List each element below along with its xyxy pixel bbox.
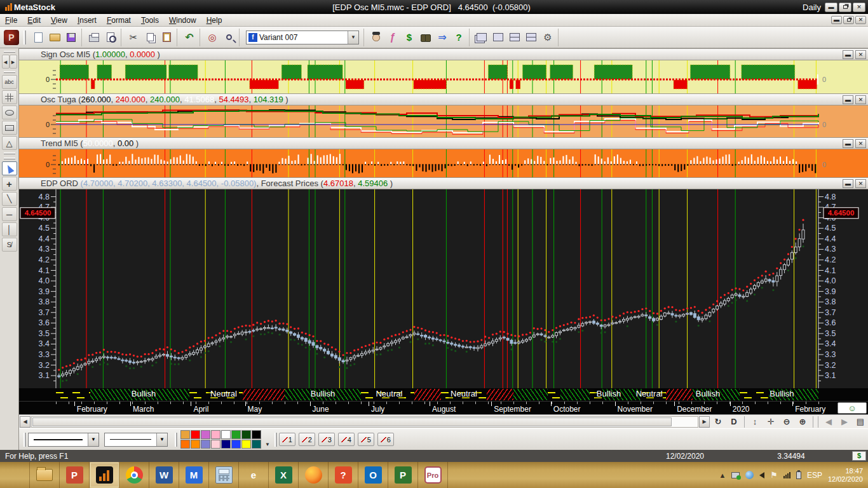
text-abc-tool-icon[interactable]: abc [2, 75, 17, 89]
color-swatch[interactable] [211, 430, 220, 439]
paste-icon[interactable] [158, 29, 175, 46]
grid-tool-icon[interactable] [2, 90, 17, 104]
power-console-button[interactable]: P [4, 30, 19, 45]
taskbar-project[interactable]: P [388, 462, 418, 488]
triangle-tool-icon[interactable]: △ [2, 136, 17, 150]
clock[interactable]: 18:4712/02/2020 [828, 467, 863, 484]
refresh-icon[interactable]: ↻ [710, 416, 726, 428]
minimize-button[interactable]: ▬ [825, 3, 837, 12]
scroll-right-icon[interactable]: ▶ [699, 416, 710, 428]
taskbar-chrome[interactable] [119, 462, 149, 488]
semilog-line-tool-icon[interactable]: S̸ [2, 238, 17, 252]
taskbar-word[interactable]: W [149, 462, 179, 488]
ellipse-tool-icon[interactable] [2, 105, 17, 119]
vertical-zoom-icon[interactable]: ↕ [747, 416, 763, 428]
crosshair-tool-icon[interactable]: + [2, 177, 17, 191]
color-swatch[interactable] [191, 430, 200, 439]
copy-icon[interactable] [142, 29, 158, 46]
action-center-flag-icon[interactable]: ⚑ [770, 470, 778, 480]
taskbar-powerpoint[interactable]: P [60, 462, 90, 488]
panel-close-icon[interactable]: ✕ [855, 95, 866, 104]
taskbar-file-explorer[interactable] [30, 462, 60, 488]
panel-minimize-icon[interactable]: ▬ [843, 50, 853, 59]
menu-tools[interactable]: Tools [136, 15, 164, 26]
panel-minimize-icon[interactable]: ▬ [843, 139, 853, 148]
chart-template-button-2[interactable]: 2 [299, 433, 315, 446]
taskbar-calculator[interactable] [209, 462, 239, 488]
options-gear-icon[interactable]: ⚙ [539, 29, 556, 46]
print-preview-icon[interactable] [102, 29, 119, 46]
signal-bars-icon[interactable] [783, 472, 790, 478]
zoom-out-icon[interactable]: ⊖ [779, 416, 794, 428]
network-globe-icon[interactable] [745, 471, 754, 479]
trendline-tool-icon[interactable]: ╲ [2, 192, 17, 206]
prev-icon[interactable]: ◀ [821, 416, 836, 428]
speaker-icon[interactable] [759, 472, 764, 478]
system-tester-icon[interactable]: $ [401, 29, 417, 46]
undo-icon[interactable]: ↶ [181, 29, 198, 46]
chart-template-button-3[interactable]: 3 [318, 433, 335, 446]
taskbar-help[interactable]: ? [329, 462, 358, 488]
color-swatch[interactable] [191, 440, 200, 449]
taskbar-firefox[interactable] [299, 462, 329, 488]
panel-minimize-icon[interactable]: ▬ [843, 179, 853, 188]
scroll-left-icon[interactable]: ◂ [2, 55, 10, 69]
taskbar-internet-explorer[interactable]: e [239, 462, 269, 488]
menu-format[interactable]: Format [102, 15, 136, 26]
usb-icon[interactable] [731, 472, 740, 478]
osc-tuga-chart[interactable]: 00 [19, 105, 868, 137]
color-swatch[interactable] [180, 430, 190, 439]
tile-horizontal-icon[interactable] [506, 29, 523, 46]
layout-template-combo[interactable]: fVariant 007▼ [246, 30, 359, 44]
menu-window[interactable]: Window [164, 15, 201, 26]
cascade-icon[interactable] [473, 29, 490, 46]
color-swatch[interactable] [221, 440, 231, 449]
panel-close-icon[interactable]: ✕ [855, 139, 866, 148]
pan-icon[interactable]: ✛ [763, 416, 778, 428]
smiley-icon[interactable]: ☺ [837, 402, 867, 414]
color-swatch[interactable] [221, 430, 231, 439]
panel-minimize-icon[interactable]: ▬ [843, 95, 853, 104]
vertical-line-tool-icon[interactable]: │ [2, 222, 17, 236]
indicator-builder-icon[interactable]: ƒ [384, 29, 401, 46]
color-swatch[interactable] [201, 430, 210, 439]
periodicity-daily-button[interactable]: D [726, 416, 742, 428]
restore-button[interactable] [839, 3, 851, 12]
price-chart[interactable]: 4.84.84.74.74.64.64.54.54.44.44.34.34.24… [19, 189, 868, 388]
panel-header-price[interactable]: EDP ORD (4.70000, 4.70200, 4.63300, 4.64… [19, 177, 868, 189]
taskbar-metastock[interactable] [90, 462, 119, 488]
line-style-combo[interactable]: ▼ [28, 433, 99, 447]
scroll-right-icon[interactable]: ▸ [10, 55, 17, 69]
tray-expand-icon[interactable]: ▲ [719, 471, 726, 479]
taskbar-pro[interactable]: Pro [418, 462, 448, 488]
color-swatch[interactable] [231, 430, 241, 439]
color-swatch[interactable] [241, 430, 251, 439]
pointer-tool-icon[interactable] [2, 161, 17, 175]
panel-close-icon[interactable]: ✕ [855, 179, 866, 188]
save-icon[interactable] [63, 29, 79, 46]
chart-template-button-6[interactable]: 6 [377, 433, 394, 446]
close-button[interactable]: ✕ [853, 3, 865, 12]
open-folder-icon[interactable] [46, 29, 63, 46]
next-icon[interactable]: ▶ [837, 416, 852, 428]
child-close-button[interactable]: ✕ [855, 16, 866, 24]
battery-icon[interactable] [796, 471, 801, 479]
color-swatch[interactable] [201, 440, 210, 449]
tile-grid-icon[interactable] [523, 29, 539, 46]
layout-list-icon[interactable]: ▤ [853, 416, 868, 428]
tile-vertical-icon[interactable] [490, 29, 506, 46]
color-swatch[interactable] [252, 430, 261, 439]
color-swatch[interactable] [231, 440, 241, 449]
taskbar-excel[interactable]: X [269, 462, 299, 488]
child-minimize-button[interactable]: ▬ [831, 16, 842, 24]
trend-chart[interactable]: 00 [19, 149, 868, 177]
taskbar-outlook[interactable]: O [358, 462, 388, 488]
panel-close-icon[interactable]: ✕ [855, 50, 866, 59]
panel-header-sign-osc[interactable]: Sign Osc MI5 (1.00000, 0.0000 ) ▬✕ [19, 48, 868, 60]
cut-icon[interactable]: ✂ [125, 29, 142, 46]
horizontal-scrollbar[interactable] [31, 416, 698, 428]
help-pointer-icon[interactable]: ? [451, 29, 467, 46]
chart-template-button-1[interactable]: 1 [279, 433, 295, 446]
menu-help[interactable]: Help [201, 15, 227, 26]
menu-edit[interactable]: Edit [22, 15, 46, 26]
